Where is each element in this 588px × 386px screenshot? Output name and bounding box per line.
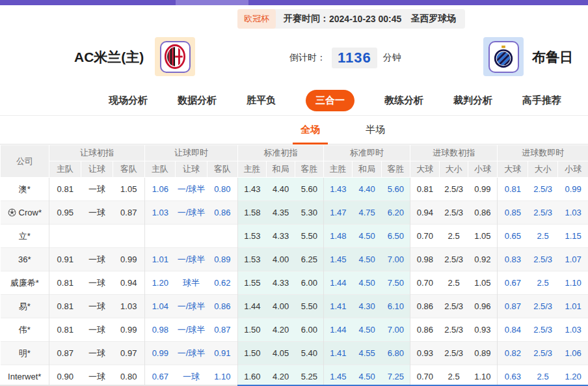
odds-cell: 6.50	[382, 225, 410, 248]
odds-cell: 1.05	[113, 178, 145, 201]
nav-tab-6[interactable]: 高手推荐	[522, 94, 561, 107]
odds-cell: 1.60	[238, 365, 267, 386]
odds-cell: 2.5/3	[440, 248, 468, 271]
odds-cell: 7.00	[382, 318, 410, 342]
odds-cell: 0.67	[498, 271, 528, 295]
odds-cell: 4.30	[353, 295, 382, 318]
group-header-3: 标准即时	[324, 145, 410, 161]
sub-header-3-2: 客胜	[382, 161, 410, 178]
odds-cell: 0.93	[468, 318, 498, 342]
odds-cell: 7.25	[382, 365, 410, 386]
odds-cell: 1.03	[145, 201, 176, 225]
odds-cell: 2.5/3	[528, 295, 558, 318]
odds-cell: 6.80	[382, 342, 410, 365]
odds-cell: 4.20	[267, 318, 295, 342]
table-row: 伟*0.81一球0.990.98一/球半0.871.504.206.001.44…	[1, 318, 588, 342]
sub-header-2-2: 客胜	[295, 161, 324, 178]
company-cell[interactable]: 易*	[1, 295, 49, 318]
sub-header-5-0: 大球	[498, 161, 528, 178]
odds-cell: 0.92	[468, 248, 498, 271]
table-row: 明*0.87一球0.970.99一/球半0.911.504.055.401.41…	[1, 342, 588, 365]
odds-cell: 6.10	[382, 295, 410, 318]
odds-cell	[145, 225, 176, 248]
odds-cell: 一球	[81, 271, 113, 295]
sub-header-2-0: 主胜	[238, 161, 267, 178]
nav-tab-2[interactable]: 胜平负	[247, 94, 276, 107]
odds-cell: 4.50	[353, 271, 382, 295]
odds-cell: 2.5/3	[440, 318, 468, 342]
odds-cell: 2.5	[528, 225, 558, 248]
league-badge[interactable]: 欧冠杯	[237, 9, 276, 29]
home-team-name: AC米兰(主)	[74, 48, 144, 66]
odds-cell: 一球	[81, 248, 113, 271]
odds-cell: 0.70	[410, 225, 440, 248]
sub-header-0-0: 主队	[49, 161, 81, 178]
odds-cell: 1.48	[324, 225, 353, 248]
sub-header-3-1: 和局	[353, 161, 382, 178]
odds-cell: 4.50	[353, 248, 382, 271]
table-row: 威廉希*0.81一球0.941.20球半0.621.554.336.001.44…	[1, 271, 588, 295]
countdown-unit: 分钟	[383, 52, 401, 64]
odds-cell: 7.00	[382, 248, 410, 271]
odds-cell: 0.87	[113, 201, 145, 225]
odds-cell: 0.80	[207, 178, 238, 201]
odds-cell: 1.50	[238, 318, 267, 342]
odds-cell: 4.33	[267, 271, 295, 295]
company-cell[interactable]: 立*	[1, 225, 49, 248]
top-purple-bar	[0, 0, 588, 5]
company-cell[interactable]: 36*	[1, 248, 49, 271]
odds-cell: 一球	[176, 365, 207, 386]
odds-cell: 0.95	[49, 201, 81, 225]
nav-tab-1[interactable]: 数据分析	[178, 94, 217, 107]
company-cell[interactable]: 威廉希*	[1, 271, 49, 295]
odds-cell	[207, 225, 238, 248]
odds-cell: 4.50	[353, 225, 382, 248]
odds-cell: 0.80	[113, 365, 145, 386]
table-row: Crow*0.95一球0.871.03一/球半0.861.584.355.301…	[1, 201, 588, 225]
group-header-1: 让球即时	[145, 145, 238, 161]
venue: 圣西罗球场	[410, 13, 456, 25]
odds-cell: 0.82	[498, 342, 528, 365]
odds-cell: 2.5/3	[440, 178, 468, 201]
nav-tab-3[interactable]: 三合一	[306, 90, 354, 111]
subtab-0[interactable]: 全场	[297, 116, 324, 145]
countdown-label: 倒计时：	[289, 52, 326, 64]
odds-cell: 0.81	[410, 178, 440, 201]
ac-milan-crest-icon	[160, 41, 191, 73]
odds-cell: 1.20	[558, 365, 588, 386]
odds-cell: 1.10	[207, 365, 238, 386]
nav-tab-5[interactable]: 裁判分析	[453, 94, 492, 107]
odds-cell: 一球	[81, 178, 113, 201]
odds-cell: 0.97	[113, 342, 145, 365]
subtab-1[interactable]: 半场	[362, 116, 389, 145]
odds-cell: 2.5/3	[440, 295, 468, 318]
away-team-name: 布鲁日	[532, 48, 573, 66]
company-cell[interactable]: Crow*	[1, 201, 49, 225]
odds-cell: 2.5/3	[528, 318, 558, 342]
company-cell[interactable]: 澳*	[1, 178, 49, 201]
nav-tab-4[interactable]: 教练分析	[384, 94, 423, 107]
company-cell[interactable]: 明*	[1, 342, 49, 365]
nav-tab-0[interactable]: 现场分析	[109, 94, 148, 107]
odds-cell: 6.00	[295, 318, 324, 342]
odds-cell: 1.01	[558, 295, 588, 318]
odds-cell: 1.47	[324, 201, 353, 225]
odds-cell: 1.10	[558, 271, 588, 295]
group-header-2: 标准初指	[238, 145, 324, 161]
company-cell[interactable]: 伟*	[1, 318, 49, 342]
odds-cell: 1.01	[145, 248, 176, 271]
odds-cell: 0.81	[49, 178, 81, 201]
odds-cell	[113, 225, 145, 248]
away-team-logo-box	[483, 37, 524, 76]
odds-cell: 4.20	[267, 365, 295, 386]
odds-cell: 0.86	[468, 201, 498, 225]
odds-cell: 4.40	[267, 178, 295, 201]
sub-header-1-2: 客队	[207, 161, 238, 178]
odds-cell: 0.94	[410, 201, 440, 225]
odds-cell: 5.50	[295, 225, 324, 248]
company-cell[interactable]: Interwet*	[1, 365, 49, 386]
odds-cell: 6.00	[295, 271, 324, 295]
odds-cell: 1.06	[145, 178, 176, 201]
odds-cell	[81, 225, 113, 248]
odds-cell: 一/球半	[176, 318, 207, 342]
